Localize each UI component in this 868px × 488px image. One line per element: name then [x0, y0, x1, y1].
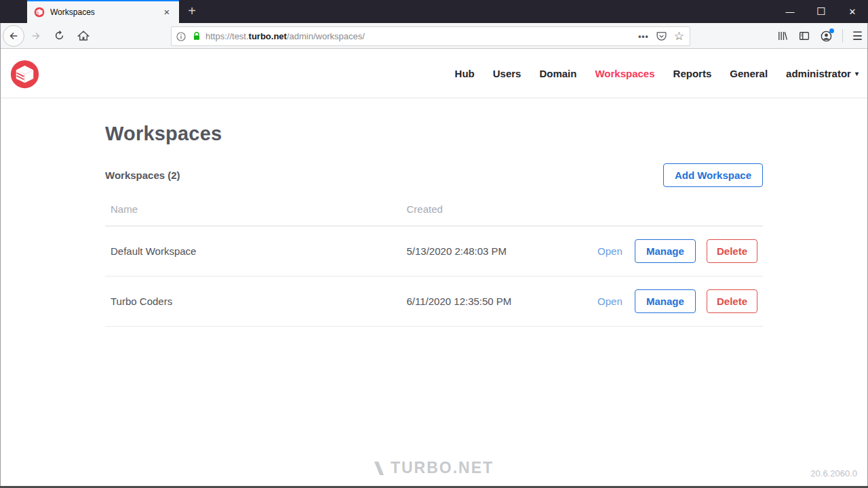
- account-notification-dot: [829, 28, 834, 33]
- column-header-created: Created: [401, 194, 548, 226]
- library-icon[interactable]: [776, 30, 789, 42]
- column-header-name: Name: [105, 194, 401, 226]
- nav-item-domain[interactable]: Domain: [539, 68, 576, 79]
- version-label: 20.6.2060.0: [810, 468, 857, 479]
- workspace-created: 6/11/2020 12:35:50 PM: [401, 277, 548, 327]
- window-minimize-button[interactable]: —: [774, 0, 806, 23]
- user-menu-administrator[interactable]: administrator ▾: [786, 68, 859, 79]
- menu-hamburger-icon[interactable]: ☰: [852, 29, 863, 43]
- workspace-created: 5/13/2020 2:48:03 PM: [401, 226, 548, 277]
- workspaces-count-label: Workspaces (2): [105, 169, 180, 181]
- turbo-slash-icon: [374, 462, 384, 475]
- tab-close-icon[interactable]: ×: [160, 5, 174, 19]
- manage-button[interactable]: Manage: [635, 239, 696, 263]
- footer-brand: TURBO.NET: [0, 459, 868, 477]
- table-row: Default Workspace 5/13/2020 2:48:03 PM O…: [105, 226, 763, 277]
- turbo-logo[interactable]: [9, 59, 40, 89]
- workspace-name: Default Workspace: [105, 226, 401, 277]
- browser-tab[interactable]: Workspaces ×: [27, 0, 179, 23]
- nav-item-workspaces[interactable]: Workspaces: [595, 68, 654, 79]
- refresh-button[interactable]: [49, 26, 69, 46]
- tab-favicon-icon: [34, 7, 45, 18]
- tab-title: Workspaces: [50, 7, 160, 17]
- site-info-icon[interactable]: [176, 31, 186, 42]
- pocket-icon[interactable]: [656, 30, 667, 42]
- open-link[interactable]: Open: [597, 296, 623, 307]
- nav-item-reports[interactable]: Reports: [673, 68, 712, 79]
- toolbar-divider: [842, 29, 843, 43]
- sidebars-icon[interactable]: [798, 30, 810, 42]
- delete-button[interactable]: Delete: [707, 239, 757, 263]
- window-maximize-button[interactable]: ☐: [806, 0, 837, 23]
- url-bar[interactable]: https://test.turbo.net/admin/workspaces/…: [171, 26, 690, 46]
- table-row: Turbo Coders 6/11/2020 12:35:50 PM Open …: [105, 277, 763, 327]
- chevron-down-icon: ▾: [855, 70, 859, 77]
- workspace-name: Turbo Coders: [105, 277, 401, 327]
- nav-item-general[interactable]: General: [730, 68, 768, 79]
- home-button[interactable]: [73, 26, 94, 46]
- site-navbar: Hub Users Domain Workspaces Reports Gene…: [0, 49, 868, 98]
- delete-button[interactable]: Delete: [707, 289, 757, 313]
- back-button[interactable]: [3, 25, 24, 47]
- account-icon[interactable]: [820, 30, 833, 43]
- window-close-button[interactable]: ✕: [837, 0, 868, 23]
- bookmark-star-icon[interactable]: ☆: [674, 29, 684, 43]
- https-lock-icon[interactable]: [192, 31, 201, 41]
- open-link[interactable]: Open: [597, 245, 623, 257]
- url-text: https://test.turbo.net/admin/workspaces/: [205, 31, 638, 41]
- forward-button[interactable]: [26, 26, 46, 46]
- manage-button[interactable]: Manage: [635, 289, 696, 313]
- page-actions-icon[interactable]: •••: [638, 32, 649, 41]
- page-title: Workspaces: [105, 123, 763, 145]
- browser-titlebar: Workspaces × + — ☐ ✕: [0, 0, 868, 23]
- workspaces-table: Name Created Default Workspace 5/13/2020…: [105, 194, 763, 327]
- add-workspace-button[interactable]: Add Workspace: [663, 163, 763, 187]
- main-content: Workspaces Workspaces (2) Add Workspace …: [105, 98, 763, 327]
- new-tab-button[interactable]: +: [182, 0, 202, 23]
- nav-item-hub[interactable]: Hub: [455, 68, 475, 79]
- window-left-border: [0, 23, 1, 488]
- nav-item-users[interactable]: Users: [493, 68, 521, 79]
